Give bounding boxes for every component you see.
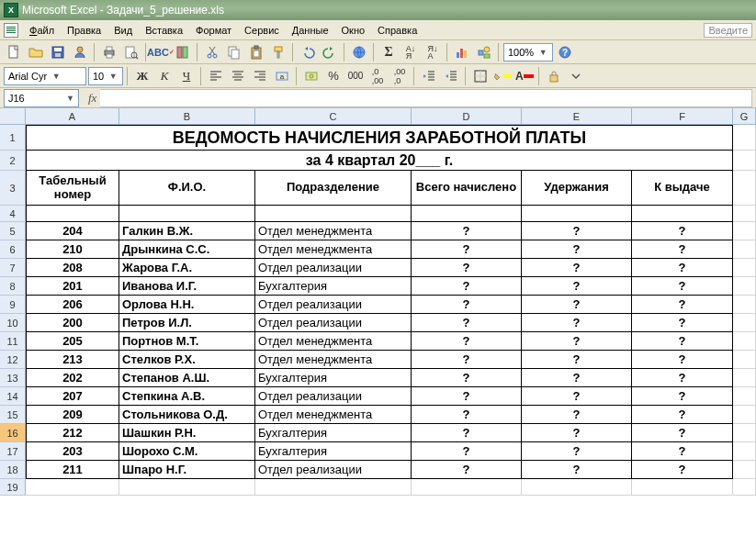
menu-edit[interactable]: Правка [62,23,107,38]
cell-fio[interactable]: Иванова И.Г. [119,277,255,296]
menu-help[interactable]: Справка [372,23,423,38]
merge-center-icon[interactable]: a [272,66,292,86]
cell-payout[interactable]: ? [632,240,733,259]
cell-fio[interactable]: Степанов А.Ш. [119,369,255,387]
cell[interactable] [733,461,756,479]
cell-withheld[interactable]: ? [522,332,632,351]
cell-withheld[interactable]: ? [522,314,632,332]
sort-asc-icon[interactable]: А↓Я [401,42,421,62]
cell-payout[interactable]: ? [632,461,733,479]
font-size-combo[interactable]: 10 ▼ [88,67,123,85]
cell-withheld[interactable]: ? [522,369,632,387]
underline-button[interactable]: Ч [176,66,197,86]
menu-view[interactable]: Вид [108,23,138,38]
zoom-combo[interactable]: 100% ▼ [503,43,553,61]
cell-fio[interactable]: Петров И.Л. [119,314,255,332]
cell[interactable] [632,479,733,496]
header-tabno[interactable]: Табельный номер [26,171,119,206]
cell-tabno[interactable]: 212 [26,424,119,442]
cell-payout[interactable]: ? [632,442,733,461]
security-icon[interactable] [544,66,564,86]
cell-total[interactable]: ? [412,259,522,277]
cell-total[interactable]: ? [412,277,522,296]
cell[interactable] [733,151,756,171]
cell[interactable] [119,479,255,496]
cell[interactable] [733,240,756,259]
row-header[interactable]: 1 [0,125,26,151]
cell-fio[interactable]: Жарова Г.А. [119,259,255,277]
cell-payout[interactable]: ? [632,314,733,332]
cell-dept[interactable]: Отдел менеджмента [255,240,412,259]
cell-fio[interactable]: Степкина А.В. [119,387,255,406]
cell-withheld[interactable]: ? [522,222,632,240]
menu-insert[interactable]: Вставка [140,23,188,38]
save-icon[interactable] [48,42,68,62]
cell[interactable] [733,369,756,387]
cell[interactable] [119,206,255,222]
cell[interactable] [522,479,632,496]
cell[interactable] [733,351,756,369]
header-dept[interactable]: Подразделение [255,171,412,206]
redo-icon[interactable] [320,42,340,62]
cell-dept[interactable]: Отдел реализации [255,461,412,479]
col-header-c[interactable]: C [255,108,412,125]
autosum-icon[interactable]: Σ [378,42,399,62]
cell[interactable] [733,479,756,496]
cell[interactable] [632,206,733,222]
col-header-e[interactable]: E [522,108,632,125]
col-header-a[interactable]: A [26,108,119,125]
row-header[interactable]: 12 [0,351,26,369]
cell-total[interactable]: ? [412,314,522,332]
cell-total[interactable]: ? [412,424,522,442]
col-header-f[interactable]: F [632,108,733,125]
chart-wizard-icon[interactable] [452,42,472,62]
cell-total[interactable]: ? [412,296,522,314]
cell-payout[interactable]: ? [632,296,733,314]
header-payout[interactable]: К выдаче [632,171,733,206]
header-total[interactable]: Всего начислено [412,171,522,206]
open-icon[interactable] [26,42,46,62]
cell-dept[interactable]: Отдел реализации [255,259,412,277]
paste-icon[interactable] [246,42,266,62]
spelling-icon[interactable]: ABC✓ [151,42,171,62]
cell-fio[interactable]: Стелков Р.Х. [119,351,255,369]
cell[interactable] [255,206,412,222]
increase-indent-icon[interactable] [441,66,461,86]
sheet-title[interactable]: ВЕДОМОСТЬ НАЧИСЛЕНИЯ ЗАРАБОТНОЙ ПЛАТЫ [26,125,733,151]
header-fio[interactable]: Ф.И.О. [119,171,255,206]
row-header[interactable]: 13 [0,369,26,387]
menu-file[interactable]: Файл [24,23,60,38]
cell-tabno[interactable]: 206 [26,296,119,314]
cell[interactable] [733,171,756,206]
font-color-icon[interactable]: A [514,66,535,86]
cell-total[interactable]: ? [412,240,522,259]
cell[interactable] [26,206,119,222]
hyperlink-icon[interactable] [349,42,369,62]
cell-fio[interactable]: Шпаро Н.Г. [119,461,255,479]
cell-dept[interactable]: Бухгалтерия [255,277,412,296]
cell-tabno[interactable]: 200 [26,314,119,332]
cell-payout[interactable]: ? [632,332,733,351]
cell-tabno[interactable]: 211 [26,461,119,479]
copy-icon[interactable] [224,42,244,62]
cell-dept[interactable]: Отдел менеджмента [255,351,412,369]
percent-icon[interactable]: % [323,66,344,86]
drawing-icon[interactable] [474,42,494,62]
align-left-icon[interactable] [206,66,226,86]
cell-withheld[interactable]: ? [522,461,632,479]
cell-total[interactable]: ? [412,406,522,424]
cell-total[interactable]: ? [412,222,522,240]
cell[interactable] [733,424,756,442]
cell-fio[interactable]: Шорохо С.М. [119,442,255,461]
cell-tabno[interactable]: 210 [26,240,119,259]
col-header-d[interactable]: D [412,108,522,125]
cell-total[interactable]: ? [412,387,522,406]
row-header[interactable]: 11 [0,332,26,351]
research-icon[interactable] [173,42,193,62]
row-header[interactable]: 17 [0,442,26,461]
cell-dept[interactable]: Отдел реализации [255,314,412,332]
new-icon[interactable] [4,42,24,62]
cell-total[interactable]: ? [412,461,522,479]
row-header[interactable]: 6 [0,240,26,259]
row-header[interactable]: 5 [0,222,26,240]
